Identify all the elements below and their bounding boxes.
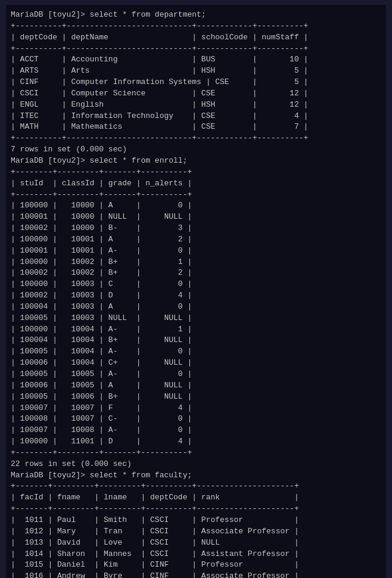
terminal-line: MariaDB [toyu2]> select * from departmen… [11, 10, 381, 21]
terminal-line: 7 rows in set (0.000 sec) [11, 144, 381, 156]
terminal-line: | 100005 | 10006 | B+ | NULL | [11, 391, 381, 403]
terminal-line: | 100002 | 10002 | B+ | 2 | [11, 268, 381, 279]
terminal-line: | 100007 | 10007 | F | 4 | [11, 403, 381, 414]
terminal-line: | 100001 | 10001 | A- | 0 | [11, 246, 381, 257]
terminal-content: MariaDB [toyu2]> select * from departmen… [11, 10, 381, 578]
terminal-line: | 100005 | 10005 | A- | 0 | [11, 369, 381, 380]
terminal-line: | ARTS | Arts | HSH | 5 | [11, 66, 381, 77]
terminal-line: | CINF | Computer Information Systems | … [11, 77, 381, 88]
terminal-line: 22 rows in set (0.000 sec) [11, 459, 381, 470]
terminal-line: +-------+---------+---------+----------+… [11, 504, 381, 515]
terminal-line: | 1016 | Andrew | Byre | CINF | Associat… [11, 571, 381, 578]
terminal-line: | 100006 | 10005 | A | NULL | [11, 380, 381, 391]
terminal-line: | 100005 | 10003 | NULL | NULL | [11, 313, 381, 324]
terminal-line: | MATH | Mathematics | CSE | 7 | [11, 122, 381, 133]
terminal-line: | 1012 | Mary | Tran | CSCI | Associate … [11, 526, 381, 537]
terminal-line: | 100008 | 10007 | C- | 0 | [11, 414, 381, 425]
terminal-line: | facId | fname | lname | deptCode | ran… [11, 492, 381, 504]
terminal-line: MariaDB [toyu2]> select * from faculty; [11, 470, 381, 481]
terminal-line: | 1013 | David | Love | CSCI | NULL | [11, 537, 381, 549]
terminal-line: +--------+---------+-------+----------+ [11, 167, 381, 178]
terminal-line: | 1014 | Sharon | Mannes | CSCI | Assist… [11, 549, 381, 560]
terminal-line: | 100000 | 10000 | A | 0 | [11, 200, 381, 212]
terminal-line: | 100000 | 10001 | A | 2 | [11, 234, 381, 246]
terminal-line: +----------+---------------------------+… [11, 43, 381, 55]
terminal-line: | 1015 | Daniel | Kim | CINF | Professor… [11, 560, 381, 571]
terminal-line: | CSCI | Computer Science | CSE | 12 | [11, 88, 381, 100]
terminal-line: +--------+---------+-------+----------+ [11, 189, 381, 201]
terminal-line: | 100007 | 10008 | A- | 0 | [11, 425, 381, 436]
terminal-line: | 100005 | 10004 | A- | 0 | [11, 346, 381, 358]
terminal-line: | 100006 | 10004 | C+ | NULL | [11, 358, 381, 369]
terminal-line: +----------+---------------------------+… [11, 133, 381, 144]
terminal-line: | ITEC | Information Technology | CSE | … [11, 111, 381, 122]
terminal-line: +--------+---------+-------+----------+ [11, 448, 381, 459]
terminal-line: +----------+---------------------------+… [11, 21, 381, 32]
terminal-line: | 1011 | Paul | Smith | CSCI | Professor… [11, 515, 381, 526]
terminal-line: | 100002 | 10003 | D | 4 | [11, 290, 381, 302]
terminal-line: | 100000 | 10003 | C | 0 | [11, 279, 381, 290]
terminal-line: | 100001 | 10000 | NULL | NULL | [11, 212, 381, 223]
terminal-line: | 100002 | 10000 | B- | 3 | [11, 223, 381, 234]
terminal-line: | 100000 | 10002 | B+ | 1 | [11, 257, 381, 268]
terminal-line: | ACCT | Accounting | BUS | 10 | [11, 54, 381, 66]
terminal-line: MariaDB [toyu2]> select * from enroll; [11, 156, 381, 167]
terminal-line: | 100004 | 10004 | B+ | NULL | [11, 335, 381, 346]
terminal-line: | ENGL | English | HSH | 12 | [11, 100, 381, 111]
terminal-line: | stuId | classId | grade | n_alerts | [11, 178, 381, 189]
terminal-line: | deptCode | deptName | schoolCode | num… [11, 32, 381, 43]
terminal-line: +-------+---------+---------+----------+… [11, 481, 381, 492]
terminal: { "terminal": { "lines": [ "MariaDB [toy… [6, 5, 386, 578]
terminal-line: | 100004 | 10003 | A | 0 | [11, 302, 381, 313]
terminal-line: | 100000 | 11001 | D | 4 | [11, 436, 381, 448]
terminal-line: | 100000 | 10004 | A- | 1 | [11, 324, 381, 335]
